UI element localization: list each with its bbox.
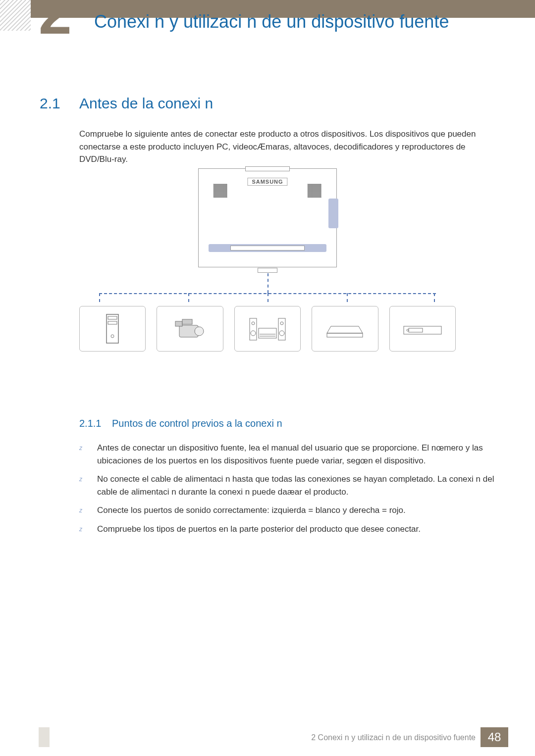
- device-pc-tower: [79, 306, 146, 352]
- diagram-connector-line: [268, 293, 268, 302]
- monitor-side-port-highlight: [328, 199, 338, 228]
- diagram-connector-line: [347, 293, 348, 302]
- monitor-back-illustration: SAMSUNG: [198, 168, 337, 267]
- svg-rect-6: [175, 321, 182, 326]
- list-item: Antes de conectar un dispositivo fuente,…: [79, 442, 495, 467]
- svg-point-13: [279, 331, 284, 336]
- header-hatch-decoration: [0, 0, 31, 31]
- svg-point-5: [195, 327, 204, 336]
- chapter-title: Conexi n y utilizaci n de un dispositivo…: [94, 11, 505, 32]
- svg-point-12: [280, 322, 283, 325]
- svg-rect-0: [107, 314, 118, 343]
- chapter-number-watermark: 2: [39, 0, 83, 28]
- device-set-top-box: [312, 306, 378, 352]
- connection-diagram: SAMSUNG: [79, 168, 456, 376]
- diagram-connector-line: [434, 293, 435, 302]
- device-row: [79, 306, 456, 360]
- svg-rect-14: [259, 328, 276, 338]
- footer-page-number: 48: [481, 727, 508, 747]
- device-camcorder: [157, 306, 223, 352]
- footer-chapter-label: 2 Conexi n y utilizaci n de un dispositi…: [311, 733, 476, 742]
- page: 2 Conexi n y utilizaci n de un dispositi…: [0, 0, 535, 756]
- diagram-connector-line: [188, 293, 189, 302]
- svg-point-3: [111, 335, 114, 338]
- checkpoint-list: Antes de conectar un dispositivo fuente,…: [79, 442, 495, 541]
- list-item: Conecte los puertos de sonido correctame…: [79, 504, 495, 517]
- svg-point-9: [252, 322, 255, 325]
- svg-point-21: [407, 329, 409, 331]
- section-intro-paragraph: Compruebe lo siguiente antes de conectar…: [79, 128, 495, 166]
- device-speakers-amp: [234, 306, 301, 352]
- subsection-number: 2.1.1: [79, 418, 101, 429]
- diagram-connector-line: [99, 293, 100, 302]
- list-item: No conecte el cable de alimentaci n hast…: [79, 473, 495, 498]
- diagram-connector-line: [268, 273, 268, 293]
- svg-marker-17: [327, 326, 363, 333]
- section-number: 2.1: [40, 95, 60, 112]
- svg-rect-20: [409, 328, 423, 332]
- svg-rect-1: [108, 316, 117, 319]
- svg-rect-18: [327, 333, 363, 337]
- svg-point-10: [251, 331, 256, 336]
- device-dvd-player: [389, 306, 456, 352]
- monitor-speaker-grille-right: [308, 184, 321, 198]
- svg-rect-7: [182, 319, 192, 324]
- monitor-stand: [258, 268, 277, 273]
- monitor-brand-label: SAMSUNG: [247, 178, 287, 186]
- monitor-speaker-grille-left: [214, 184, 227, 198]
- monitor-top-handle: [245, 166, 290, 171]
- footer-left-accent: [39, 727, 50, 747]
- svg-rect-2: [108, 321, 117, 324]
- list-item: Compruebe los tipos de puertos en la par…: [79, 523, 495, 536]
- monitor-bottom-port-row: [230, 246, 305, 251]
- section-title: Antes de la conexi n: [79, 95, 213, 112]
- subsection-title: Puntos de control previos a la conexi n: [112, 418, 282, 429]
